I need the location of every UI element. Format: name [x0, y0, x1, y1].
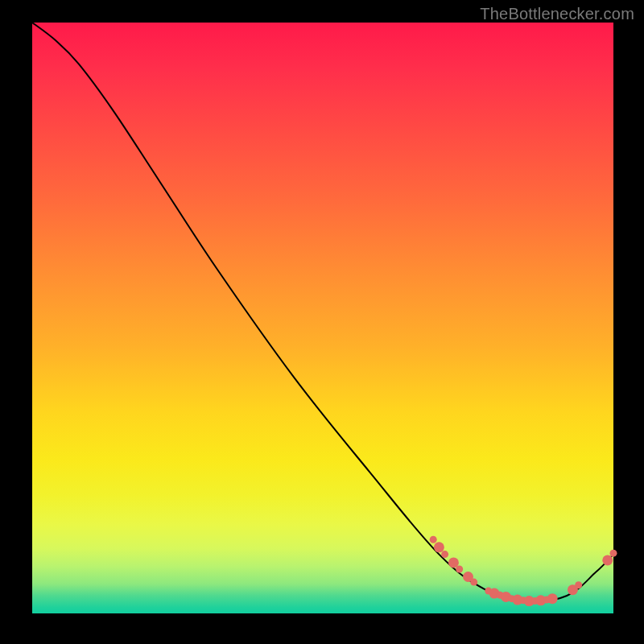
data-dot — [575, 581, 582, 588]
data-dot — [470, 579, 477, 586]
data-dot — [430, 536, 437, 543]
data-dot — [441, 551, 448, 558]
data-dot — [602, 555, 613, 565]
main-curve — [32, 23, 613, 602]
chart-stage: TheBottlenecker.com — [0, 0, 644, 644]
data-dot — [610, 550, 617, 557]
dots-group — [430, 536, 617, 606]
data-dot — [547, 593, 558, 604]
data-dot — [456, 565, 463, 572]
plot-area — [32, 23, 613, 613]
attribution-text: TheBottlenecker.com — [480, 5, 634, 23]
curve-svg — [32, 23, 613, 613]
data-dot — [434, 542, 444, 552]
